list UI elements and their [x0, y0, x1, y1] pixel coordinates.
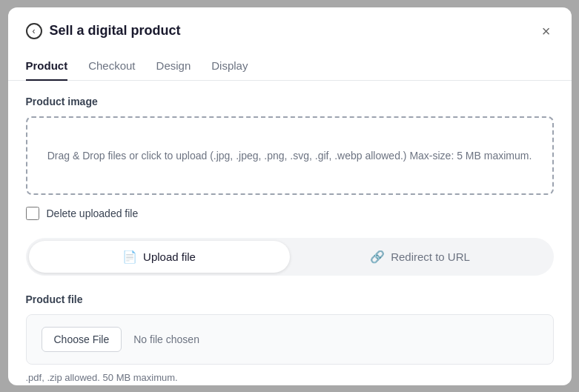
product-file-section: Product file Choose File No file chosen …	[26, 293, 554, 383]
delete-checkbox[interactable]	[26, 207, 39, 220]
tabs-bar: Product Checkout Design Display	[8, 52, 572, 81]
file-name-text: No file chosen	[133, 333, 199, 345]
modal: ‹ Sell a digital product × Product Check…	[8, 7, 572, 385]
product-image-section: Product image Drag & Drop files or click…	[26, 96, 554, 220]
upload-file-button[interactable]: 📄 Upload file	[29, 241, 290, 273]
toggle-buttons: 📄 Upload file 🔗 Redirect to URL	[26, 238, 554, 276]
tab-checkout[interactable]: Checkout	[88, 52, 135, 81]
redirect-icon: 🔗	[370, 250, 385, 264]
modal-title-group: ‹ Sell a digital product	[26, 23, 181, 39]
redirect-url-button[interactable]: 🔗 Redirect to URL	[290, 241, 551, 273]
delete-checkbox-label: Delete uploaded file	[47, 207, 139, 219]
modal-body: Product image Drag & Drop files or click…	[8, 81, 572, 385]
tab-product[interactable]: Product	[26, 52, 68, 81]
redirect-url-label: Redirect to URL	[391, 250, 470, 263]
tab-display[interactable]: Display	[211, 52, 248, 81]
close-button[interactable]: ×	[539, 21, 554, 41]
product-file-label: Product file	[26, 293, 554, 305]
delete-checkbox-row: Delete uploaded file	[26, 207, 554, 220]
tab-design[interactable]: Design	[156, 52, 191, 81]
back-icon[interactable]: ‹	[26, 23, 42, 39]
file-input-row: Choose File No file chosen	[26, 314, 554, 365]
file-hint: .pdf, .zip allowed. 50 MB maximum.	[26, 372, 554, 383]
modal-title: Sell a digital product	[50, 23, 181, 39]
modal-overlay: ‹ Sell a digital product × Product Check…	[0, 0, 579, 392]
choose-file-button[interactable]: Choose File	[42, 327, 122, 352]
modal-header: ‹ Sell a digital product ×	[8, 7, 572, 41]
product-image-label: Product image	[26, 96, 554, 107]
dropzone[interactable]: Drag & Drop files or click to upload (.j…	[26, 116, 554, 195]
upload-icon: 📄	[122, 250, 137, 264]
upload-file-label: Upload file	[143, 250, 196, 263]
